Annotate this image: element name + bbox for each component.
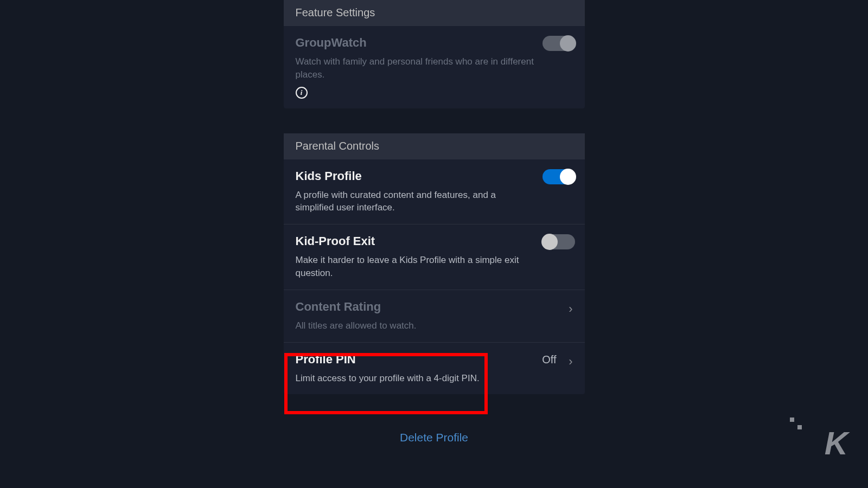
profile-pin-row[interactable]: Profile PIN Limit access to your profile… [284,342,585,395]
content-rating-desc: All titles are allowed to watch. [296,319,573,332]
toggle-knob [560,169,576,185]
kid-proof-exit-toggle[interactable] [542,234,575,249]
chevron-right-icon: › [569,355,572,369]
content-rating-title: Content Rating [296,300,573,314]
kids-profile-row[interactable]: Kids Profile A profile with curated cont… [284,159,585,224]
feature-settings-header: Feature Settings [284,0,585,25]
kids-profile-desc: A profile with curated content and featu… [296,189,573,215]
kid-proof-exit-desc: Make it harder to leave a Kids Profile w… [296,254,573,280]
info-icon[interactable]: i [296,87,308,99]
kid-proof-exit-title: Kid-Proof Exit [296,234,573,248]
kids-profile-toggle[interactable] [542,169,575,184]
watermark-dots [790,418,802,429]
kid-proof-exit-row[interactable]: Kid-Proof Exit Make it harder to leave a… [284,224,585,290]
chevron-right-icon: › [569,302,572,316]
watermark-logo: K [825,425,846,462]
feature-settings-section: Feature Settings GroupWatch Watch with f… [284,0,585,108]
toggle-knob [560,35,576,52]
parental-controls-header: Parental Controls [284,133,585,159]
profile-pin-title: Profile PIN [296,352,573,367]
toggle-knob [541,234,558,250]
content-rating-row[interactable]: Content Rating All titles are allowed to… [284,290,585,342]
delete-profile-link[interactable]: Delete Profile [284,431,585,444]
groupwatch-title: GroupWatch [296,36,573,50]
groupwatch-desc: Watch with family and personal friends w… [296,55,573,81]
profile-pin-desc: Limit access to your profile with a 4-di… [296,372,573,385]
profile-pin-value: Off [542,354,556,366]
parental-controls-section: Parental Controls Kids Profile A profile… [284,133,585,395]
groupwatch-row[interactable]: GroupWatch Watch with family and persona… [284,25,585,108]
groupwatch-toggle[interactable] [542,36,575,51]
kids-profile-title: Kids Profile [296,169,573,183]
